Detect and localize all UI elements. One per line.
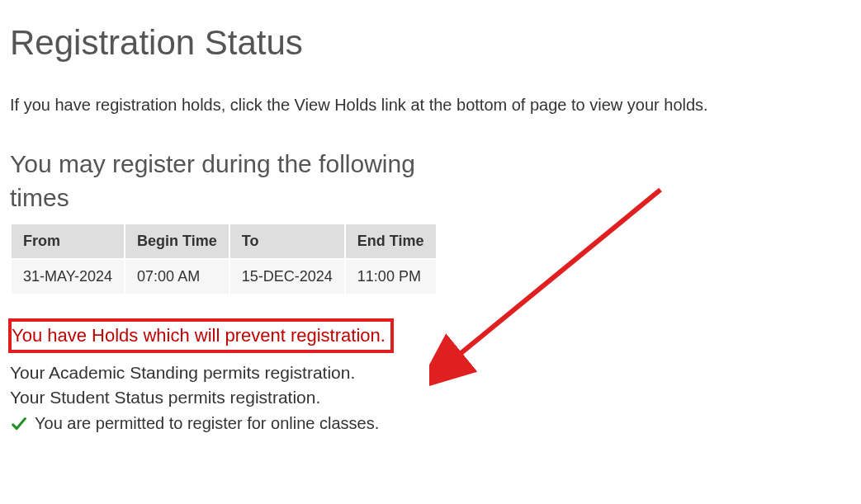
cell-from: 31-MAY-2024 [11, 259, 125, 294]
col-from: From [11, 224, 125, 259]
online-permit-line: You are permitted to register for online… [10, 414, 851, 433]
student-status: Your Student Status permits registration… [10, 388, 851, 407]
svg-line-1 [454, 190, 660, 359]
academic-standing-status: Your Academic Standing permits registrat… [10, 363, 851, 383]
col-to: To [229, 224, 345, 259]
registration-times-table: From Begin Time To End Time 31-MAY-2024 … [10, 223, 438, 295]
cell-end-time: 11:00 PM [345, 259, 437, 294]
page-title: Registration Status [10, 23, 851, 63]
intro-text: If you have registration holds, click th… [10, 96, 851, 115]
holds-alert: You have Holds which will prevent regist… [8, 318, 394, 353]
online-permit-text: You are permitted to register for online… [35, 414, 379, 433]
table-row: 31-MAY-2024 07:00 AM 15-DEC-2024 11:00 P… [11, 259, 437, 294]
cell-to: 15-DEC-2024 [229, 259, 345, 294]
check-icon [10, 415, 28, 433]
col-end-time: End Time [345, 224, 437, 259]
cell-begin-time: 07:00 AM [125, 259, 229, 294]
col-begin-time: Begin Time [125, 224, 229, 259]
table-header-row: From Begin Time To End Time [11, 224, 437, 259]
register-times-heading: You may register during the following ti… [10, 148, 423, 214]
